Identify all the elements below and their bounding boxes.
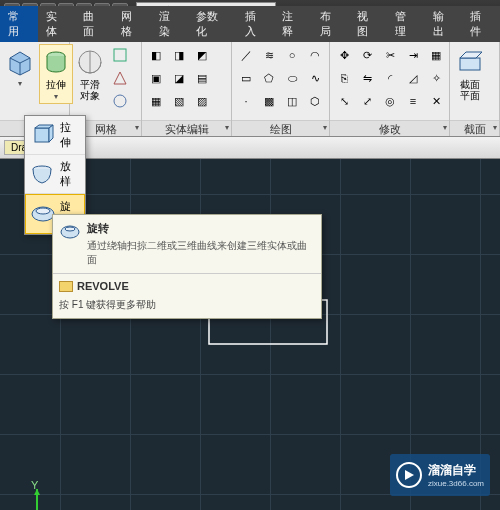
d-arc[interactable]: ◠ (304, 44, 326, 66)
flyout-loft[interactable]: 放样 (25, 155, 85, 194)
tab-mesh[interactable]: 网格 (113, 6, 151, 42)
d-spl[interactable]: ∿ (304, 67, 326, 89)
m-str[interactable]: ⤡ (333, 90, 355, 112)
extrude-icon (41, 47, 71, 77)
d-rect[interactable]: ▭ (235, 67, 257, 89)
se-2[interactable]: ◨ (168, 44, 190, 66)
m-cha[interactable]: ◿ (402, 67, 424, 89)
panel-draw: ／≋○◠ ▭⬠⬭∿ ∙▩◫⬡ 绘图▾ (232, 42, 330, 136)
m-mir[interactable]: ⇋ (356, 67, 378, 89)
revolve-icon (59, 221, 81, 243)
panel-solidedit: ◧◨◩ ▣◪▤ ▦▧▨ 实体编辑▾ (142, 42, 232, 136)
d-pline[interactable]: ≋ (258, 44, 280, 66)
tab-view[interactable]: 视图 (349, 6, 387, 42)
m-off[interactable]: ◎ (379, 90, 401, 112)
flyout-extrude-label: 拉伸 (60, 120, 81, 150)
tooltip-desc: 通过绕轴扫掠二维或三维曲线来创建三维实体或曲面 (87, 239, 315, 267)
chevron-down-icon: ▾ (54, 92, 58, 101)
box-icon (5, 47, 35, 77)
se-8[interactable]: ▧ (168, 90, 190, 112)
svg-rect-10 (460, 58, 480, 70)
tab-manage[interactable]: 管理 (387, 6, 425, 42)
flyout-loft-label: 放样 (60, 159, 81, 189)
mesh-tool-3[interactable] (109, 90, 131, 112)
watermark-title: 溜溜自学 (428, 462, 484, 479)
tooltip-command-row: REVOLVE (59, 280, 315, 292)
d-hex[interactable]: ⬡ (304, 90, 326, 112)
se-1[interactable]: ◧ (145, 44, 167, 66)
d-circle[interactable]: ○ (281, 44, 303, 66)
tab-surface[interactable]: 曲面 (75, 6, 113, 42)
extrude-button[interactable]: 拉伸 ▾ (39, 44, 73, 104)
d-pt[interactable]: ∙ (235, 90, 257, 112)
mesh-tool-1[interactable] (109, 44, 131, 66)
svg-rect-7 (114, 49, 126, 61)
svg-marker-22 (49, 125, 53, 142)
m-fil[interactable]: ◜ (379, 67, 401, 89)
m-del[interactable]: ✕ (425, 90, 447, 112)
tab-insert[interactable]: 插入 (237, 6, 275, 42)
tooltip-help: 按 F1 键获得更多帮助 (59, 298, 315, 312)
ribbon-tabs: 常用 实体 曲面 网格 渲染 参数化 插入 注释 布局 视图 管理 输出 插件 (0, 22, 500, 42)
se-6[interactable]: ▤ (191, 67, 213, 89)
svg-point-27 (65, 227, 75, 231)
d-ell[interactable]: ⬭ (281, 67, 303, 89)
m-scl[interactable]: ⤢ (356, 90, 378, 112)
svg-marker-8 (114, 72, 126, 84)
d-hat[interactable]: ▩ (258, 90, 280, 112)
command-icon (59, 281, 73, 292)
m-move[interactable]: ✥ (333, 44, 355, 66)
m-copy[interactable]: ⎘ (333, 67, 355, 89)
section-button[interactable]: 截面 平面 (453, 44, 487, 104)
m-arr[interactable]: ▦ (425, 44, 447, 66)
m-rot[interactable]: ⟳ (356, 44, 378, 66)
svg-point-25 (36, 208, 50, 214)
tab-output[interactable]: 输出 (425, 6, 463, 42)
tab-layout[interactable]: 布局 (312, 6, 350, 42)
smooth-button[interactable]: 平滑 对象 (73, 44, 107, 104)
tab-annotate[interactable]: 注释 (274, 6, 312, 42)
panel-section: 截面 平面 截面▾ (450, 42, 500, 136)
section-icon (455, 47, 485, 77)
svg-marker-11 (460, 52, 482, 58)
svg-point-9 (114, 95, 126, 107)
se-4[interactable]: ▣ (145, 67, 167, 89)
se-9[interactable]: ▨ (191, 90, 213, 112)
loft-icon (29, 162, 56, 186)
extrude-label: 拉伸 (46, 79, 66, 90)
extrude-icon (29, 123, 56, 147)
svg-text:Y: Y (31, 479, 39, 491)
d-line[interactable]: ／ (235, 44, 257, 66)
panel-draw-label: 绘图▾ (232, 120, 329, 136)
watermark: 溜溜自学 zixue.3d66.com (390, 454, 490, 496)
tab-solid[interactable]: 实体 (38, 6, 76, 42)
box-button[interactable]: ▾ (3, 44, 37, 91)
se-5[interactable]: ◪ (168, 67, 190, 89)
d-reg[interactable]: ◫ (281, 90, 303, 112)
m-trim[interactable]: ✂ (379, 44, 401, 66)
mesh-tool-2[interactable] (109, 67, 131, 89)
tab-common[interactable]: 常用 (0, 6, 38, 42)
tooltip-title: 旋转 (87, 221, 315, 236)
tab-render[interactable]: 渲染 (151, 6, 189, 42)
se-3[interactable]: ◩ (191, 44, 213, 66)
tab-parametric[interactable]: 参数化 (188, 6, 236, 42)
m-aln[interactable]: ≡ (402, 90, 424, 112)
panel-solidedit-label: 实体编辑▾ (142, 120, 231, 136)
section-label: 截面 平面 (460, 79, 480, 101)
tab-plugins[interactable]: 插件 (462, 6, 500, 42)
svg-rect-20 (35, 128, 49, 142)
chevron-down-icon: ▾ (18, 79, 22, 88)
panel-section-label: 截面▾ (450, 120, 499, 136)
se-7[interactable]: ▦ (145, 90, 167, 112)
flyout-extrude[interactable]: 拉伸 (25, 116, 85, 155)
m-ext[interactable]: ⇥ (402, 44, 424, 66)
panel-modify-label: 修改▾ (330, 120, 449, 136)
svg-marker-28 (405, 470, 414, 480)
play-icon (396, 462, 422, 488)
d-poly[interactable]: ⬠ (258, 67, 280, 89)
tooltip: 旋转 通过绕轴扫掠二维或三维曲线来创建三维实体或曲面 REVOLVE 按 F1 … (52, 214, 322, 319)
smooth-label: 平滑 对象 (80, 79, 100, 101)
tooltip-command: REVOLVE (77, 280, 129, 292)
m-xpl[interactable]: ✧ (425, 67, 447, 89)
